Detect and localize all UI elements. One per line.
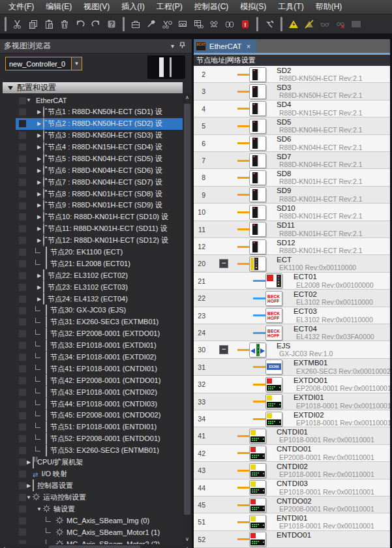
expand-arrow-icon[interactable]: ▶	[35, 121, 43, 127]
tree-item-12[interactable]: ▶节点12: R88D-KN01H-ECT (SD12) 设	[16, 235, 183, 247]
menu-item-3[interactable]: 插入(I)	[115, 0, 150, 14]
device-row-node-41[interactable]: 41CNTDI01EP1018-0001 Rev:0x00110001	[194, 427, 390, 444]
collapse-arrow-icon[interactable]: ▼	[35, 506, 43, 512]
tree-item-selected[interactable]: ▶节点2 : R88D-KN50H-ECT (SD2) 设	[16, 118, 183, 130]
device-row-node-51[interactable]: 51ENTDI01EP1018-0001 Rev:0x00110001	[194, 513, 390, 530]
device-row-node-30[interactable]: 30−EJSGX-JC03 Rev:1.0	[194, 341, 390, 358]
build-icon[interactable]	[143, 16, 159, 32]
device-row-node-23[interactable]: 23BECKHOFFECT03EL3102 Rev:0x00110000	[194, 307, 390, 324]
watch-table-icon[interactable]	[190, 16, 206, 32]
expand-arrow-icon[interactable]: ▶	[35, 202, 43, 208]
tree-item-20[interactable]: 节点32: EP2008-0001 (EXTDO01)	[16, 328, 183, 340]
device-row-node-44[interactable]: 44CNTDI03EP1018-0001 Rev:0x00110001	[194, 480, 390, 496]
device-row-node-4[interactable]: 4SD4R88D-KN15H-ECT Rev:2.1	[194, 100, 390, 117]
tree-item-0[interactable]: ▼EtherCAT	[16, 95, 183, 106]
tree-item-37[interactable]: MC_Axis_SBeam_Motor1 (1)	[16, 526, 183, 538]
expand-arrow-icon[interactable]: ▶	[35, 168, 43, 174]
tree-item-33[interactable]: ▶控制器设置	[16, 480, 183, 491]
copy-icon[interactable]	[25, 16, 41, 32]
tree-item-9[interactable]: ▶节点9 : R88D-KN01H-ECT (SD9) 设	[16, 200, 183, 211]
tree-item-14[interactable]: 节点21: EL2008 (ECT01)	[16, 258, 183, 269]
search-icon[interactable]	[222, 16, 237, 32]
expand-arrow-icon[interactable]: ▶	[35, 144, 43, 150]
tree-item-7[interactable]: ▶节点7 : R88D-KN04H-ECT (SD7) 设	[16, 176, 183, 188]
expand-arrow-icon[interactable]: ▶	[35, 132, 43, 138]
project-icon[interactable]	[128, 16, 143, 32]
device-row-node-45[interactable]: 45CNTDO02EP2008-0001 Rev:0x00110001	[194, 496, 390, 513]
tree-item-4[interactable]: ▶节点4 : R88D-KN15H-ECT (SD4) 设	[16, 142, 183, 153]
rebuild-icon[interactable]	[159, 16, 175, 32]
delete-icon[interactable]	[57, 16, 72, 32]
device-row-node-6[interactable]: 6SD6R88D-KN04H-ECT Rev:2.1	[194, 135, 390, 152]
menu-item-6[interactable]: 模拟(S)	[234, 0, 272, 14]
device-row-node-33[interactable]: 33EXTDI01EP1018-0001 Rev:0x00110001	[194, 393, 390, 410]
tree-item-29[interactable]: 节点52: EP2008-0001 (ENTDO01)	[16, 433, 183, 445]
tree-item-25[interactable]: 节点43: EP1018-0001 (CNTDI02)	[16, 386, 183, 398]
device-row-node-31[interactable]: 31EX260EXTMB01EX260-SEC3 Rev:0x00010002	[194, 359, 390, 376]
device-row-node-12[interactable]: 12SD12R88D-KN01H-ECT Rev:2.1	[194, 238, 390, 255]
tree-item-24[interactable]: 节点42: EP2008-0001 (CNTDO01)	[16, 374, 183, 386]
pin-icon[interactable]	[177, 42, 188, 50]
redo-icon[interactable]	[88, 16, 104, 32]
chevron-down-icon[interactable]: ▾	[168, 42, 177, 50]
cut-icon[interactable]	[10, 16, 25, 32]
warning-enable-icon[interactable]	[286, 16, 301, 32]
device-row-node-2[interactable]: 2SD2R88D-KN50H-ECT Rev:2.1	[194, 66, 390, 83]
tree-item-32[interactable]: ⇄I/O 映射	[16, 468, 183, 480]
help-icon[interactable]: ?	[104, 16, 119, 32]
tree-item-28[interactable]: 节点51: EP1018-0001 (ENTDI01)	[16, 421, 183, 433]
tree-item-18[interactable]: 节点30: GX-JC03 (EJS)	[16, 305, 183, 316]
vertical-scroll-thumb[interactable]	[184, 104, 190, 515]
device-row-node-24[interactable]: 24BECKHOFFECT04EL4132 Rev:0x03FA0000	[194, 324, 390, 341]
scroll-up-icon[interactable]: ∧	[183, 93, 192, 102]
device-row-node-32[interactable]: 32EXTDO01EP2008-0001 Rev:0x00110001	[194, 376, 390, 393]
tree-item-31[interactable]: ▶CPU/扩展机架	[16, 457, 183, 468]
menu-item-8[interactable]: 帮助(H)	[310, 0, 348, 14]
menu-item-1[interactable]: 编辑(E)	[40, 0, 78, 14]
horizontal-scroll-thumb[interactable]	[49, 545, 140, 548]
troubleshoot-icon[interactable]	[262, 16, 277, 32]
tree-item-35[interactable]: ▼轴设置	[16, 503, 183, 515]
menu-item-5[interactable]: 控制器(C)	[188, 0, 235, 14]
tree-vertical-scrollbar[interactable]: ∧ ∨	[183, 93, 192, 544]
controller-select-arrow-icon[interactable]: ▼	[71, 57, 82, 70]
device-row-node-10[interactable]: 10SD10R88D-KN01H-ECT Rev:2.1	[194, 204, 390, 221]
collapse-minus-button[interactable]: −	[219, 259, 228, 268]
tree-item-38[interactable]: MC_Axis_SBeam_Motor2 (2)	[16, 538, 183, 544]
menu-item-7[interactable]: 工具(T)	[272, 0, 309, 14]
device-row-node-52[interactable]: 52ENTDO01	[194, 531, 390, 548]
device-row-node-20[interactable]: 20−ECTEK1100 Rev:0x00110000	[194, 255, 390, 272]
expand-arrow-icon[interactable]: ▶	[35, 214, 43, 220]
expand-arrow-icon[interactable]: ▶	[35, 109, 43, 115]
tree-item-15[interactable]: ▶节点22: EL3102 (ECT02)	[16, 269, 183, 281]
tree-item-10[interactable]: ▶节点10: R88D-KN01H-ECT (SD10) 设	[16, 211, 183, 223]
expand-arrow-icon[interactable]: ▶	[35, 156, 43, 162]
warning-disable-icon[interactable]	[301, 16, 317, 32]
abort-icon[interactable]: !	[237, 16, 253, 32]
scroll-left-icon[interactable]: ‹	[0, 544, 9, 548]
tree-item-22[interactable]: 节点34: EP1018-0001 (EXTDI02)	[16, 352, 183, 363]
device-row-node-9[interactable]: 9SD9R88D-KN01H-ECT Rev:2.1	[194, 187, 390, 204]
monitor-icon[interactable]	[175, 16, 190, 32]
tree-item-21[interactable]: 节点33: EP1018-0001 (EXTDI01)	[16, 340, 183, 352]
menu-item-4[interactable]: 工程(P)	[151, 0, 188, 14]
tree-horizontal-scrollbar[interactable]: ‹ ›	[0, 544, 192, 548]
undo-icon[interactable]	[72, 16, 88, 32]
differential-monitor-icon[interactable]	[206, 16, 222, 32]
tab-ethercat[interactable]: ECAT EtherCAT ×	[194, 39, 256, 53]
expand-arrow-icon[interactable]: ▶	[35, 237, 43, 243]
tree-item-26[interactable]: 节点44: EP1018-0001 (CNTDI03)	[16, 398, 183, 410]
tree-item-5[interactable]: ▶节点5 : R88D-KN04H-ECT (SD5) 设	[16, 153, 183, 164]
collapse-minus-button[interactable]: −	[219, 345, 228, 354]
expand-arrow-icon[interactable]: ▶	[35, 179, 43, 185]
section-header-config[interactable]: 配置和设置	[3, 82, 183, 93]
watch-icon[interactable]	[317, 16, 333, 32]
expand-arrow-icon[interactable]: ▶	[35, 296, 43, 302]
watch-off-icon[interactable]	[333, 16, 348, 32]
tree-item-17[interactable]: ▶节点24: EL4132 (ECT04)	[16, 293, 183, 305]
tree-item-34[interactable]: ▼运动控制设置	[16, 491, 183, 503]
tree-item-23[interactable]: 节点41: EP1018-0001 (CNTDI01)	[16, 363, 183, 374]
device-row-node-11[interactable]: 11SD11R88D-KN01H-ECT Rev:2.1	[194, 221, 390, 238]
scroll-down-icon[interactable]: ∨	[183, 535, 192, 544]
device-row-node-34[interactable]: 34EXTDI02EP1018-0001 Rev:0x00110001	[194, 410, 390, 427]
